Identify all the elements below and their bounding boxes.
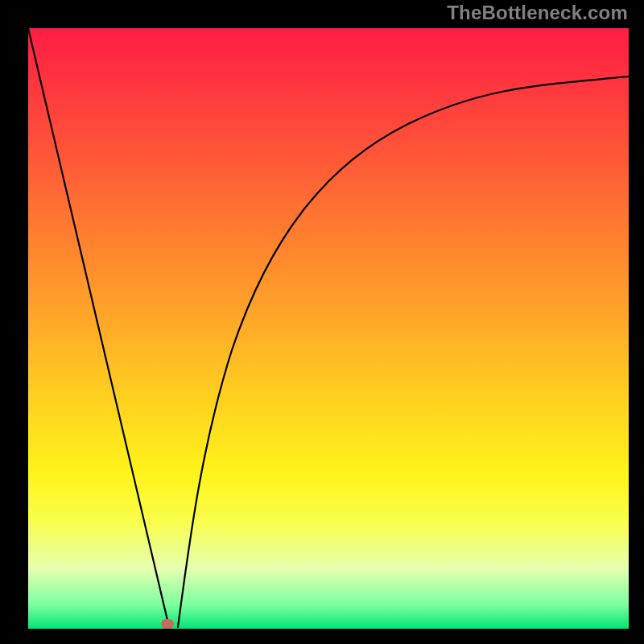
bottleneck-curve (28, 28, 629, 629)
watermark-text: TheBottleneck.com (447, 2, 628, 24)
curve-left-descent (28, 28, 169, 627)
curve-right-ascent (178, 76, 629, 627)
plot-area (28, 28, 629, 629)
chart-frame: TheBottleneck.com (0, 0, 644, 644)
bottleneck-marker (161, 619, 174, 629)
